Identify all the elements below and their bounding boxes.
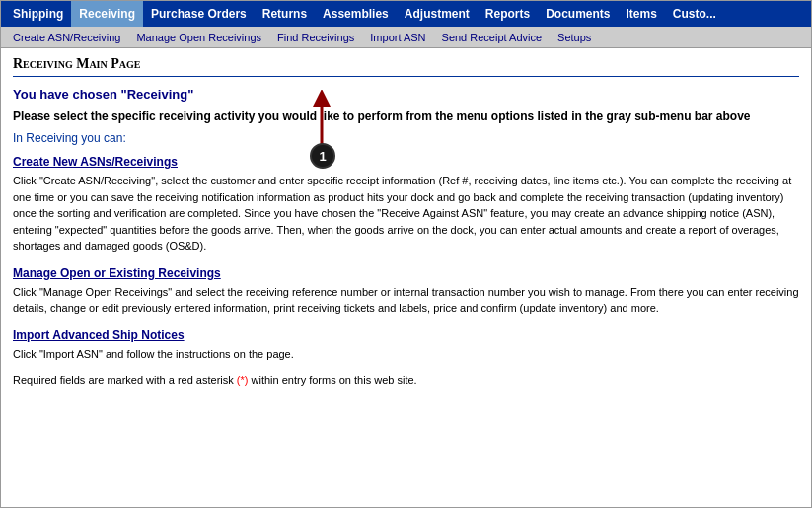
desc-manage-open: Click "Manage Open Receivings" and selec… bbox=[13, 284, 799, 317]
top-nav-receiving[interactable]: Receiving bbox=[71, 1, 143, 27]
red-asterisk: (*) bbox=[237, 374, 249, 386]
footer-text-suffix: within entry forms on this web site. bbox=[248, 374, 416, 386]
desc-import-asn: Click "Import ASN" and follow the instru… bbox=[13, 346, 799, 363]
page-title: Receiving Main Page bbox=[13, 56, 799, 77]
footer-note: Required fields are marked with a red as… bbox=[13, 374, 799, 386]
in-receiving-label: In Receiving you can: bbox=[13, 131, 799, 145]
link-create-asn[interactable]: Create New ASNs/Receivings bbox=[13, 155, 799, 169]
link-manage-open[interactable]: Manage Open or Existing Receivings bbox=[13, 266, 799, 280]
sub-nav-setups[interactable]: Setups bbox=[550, 27, 599, 48]
main-heading: You have chosen "Receiving" bbox=[13, 87, 799, 102]
footer-text-prefix: Required fields are marked with a red as… bbox=[13, 374, 237, 386]
desc-create-asn: Click "Create ASN/Receiving", select the… bbox=[13, 173, 799, 254]
sub-nav-import-asn[interactable]: Import ASN bbox=[362, 27, 433, 48]
top-nav-custom[interactable]: Custo... bbox=[665, 1, 724, 27]
page-content: Receiving Main Page 1 You have chosen "R… bbox=[1, 48, 811, 394]
top-nav-shipping[interactable]: Shipping bbox=[5, 1, 71, 27]
sub-navigation: Create ASN/Receiving Manage Open Receivi… bbox=[1, 27, 811, 48]
sub-heading: Please select the specific receiving act… bbox=[13, 109, 799, 123]
sub-nav-create-asn[interactable]: Create ASN/Receiving bbox=[5, 27, 128, 48]
top-navigation: Shipping Receiving Purchase Orders Retur… bbox=[1, 1, 811, 27]
top-nav-adjustment[interactable]: Adjustment bbox=[397, 1, 478, 27]
top-nav-returns[interactable]: Returns bbox=[255, 1, 315, 27]
top-nav-purchase-orders[interactable]: Purchase Orders bbox=[143, 1, 255, 27]
top-nav-assemblies[interactable]: Assemblies bbox=[315, 1, 397, 27]
sub-nav-manage-open[interactable]: Manage Open Receivings bbox=[128, 27, 269, 48]
top-nav-documents[interactable]: Documents bbox=[538, 1, 618, 27]
link-import-asn[interactable]: Import Advanced Ship Notices bbox=[13, 328, 799, 342]
sub-nav-send-receipt[interactable]: Send Receipt Advice bbox=[434, 27, 551, 48]
top-nav-items[interactable]: Items bbox=[618, 1, 664, 27]
sub-nav-find-receivings[interactable]: Find Receivings bbox=[269, 27, 362, 48]
top-nav-reports[interactable]: Reports bbox=[478, 1, 538, 27]
